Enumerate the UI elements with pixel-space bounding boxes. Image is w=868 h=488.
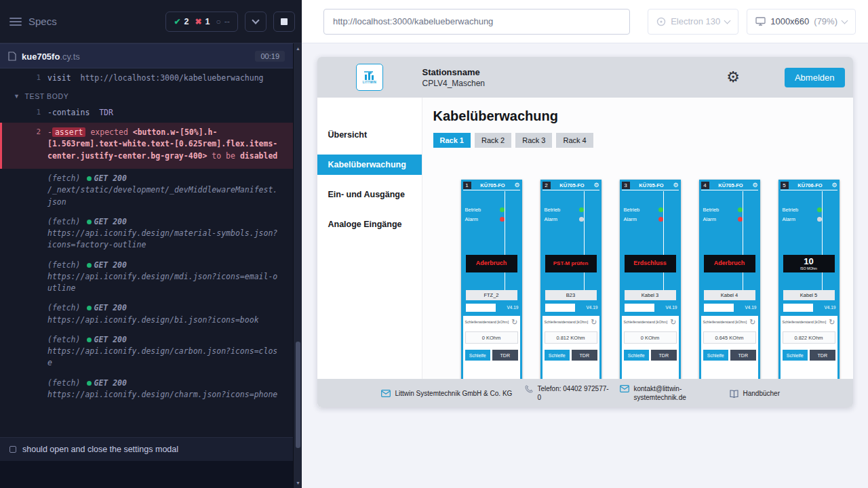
cable-name-field[interactable]: Kabel 5	[783, 290, 835, 300]
cable-name-field[interactable]: Kabel 3	[625, 290, 676, 300]
schleife-button[interactable]: Schleife	[703, 350, 729, 361]
footer-phone: Telefon: 04402 972577-0	[525, 384, 612, 402]
fetch-log-row[interactable]: (fetch)GET 200 https://api.iconify.desig…	[0, 302, 293, 326]
device-gear-icon[interactable]: ⚙	[831, 182, 837, 188]
schleife-button[interactable]: Schleife	[783, 350, 808, 361]
spec-file-icon	[8, 52, 16, 61]
device-model-label: KÜ705-FO	[631, 182, 672, 188]
refresh-icon[interactable]: ↻	[749, 319, 755, 326]
stat-pending: ○--	[216, 17, 230, 26]
device-gear-icon[interactable]: ⚙	[752, 182, 757, 188]
cypress-reporter-panel: Specs ✔2 ✖1 ○-- kue705fo.cy.ts 00:19 1 v…	[0, 0, 302, 488]
tdr-button[interactable]: TDR	[572, 350, 597, 361]
scrollbar-thumb[interactable]	[296, 342, 300, 448]
command-log[interactable]: 1 visit http://localhost:3000/kabelueber…	[0, 68, 293, 437]
alarm-led	[500, 217, 505, 222]
version-field	[783, 304, 813, 312]
refresh-icon[interactable]: ↻	[591, 319, 597, 326]
schleife-button[interactable]: Schleife	[545, 350, 570, 361]
spec-extension: .cy.ts	[60, 52, 79, 62]
next-test-row[interactable]: should open and close the settings modal	[0, 437, 293, 461]
alarm-led	[817, 217, 822, 222]
collapse-button[interactable]	[245, 12, 267, 32]
schleife-button[interactable]: Schleife	[624, 350, 650, 361]
nav-item-analoge-eingaenge[interactable]: Analoge Eingänge	[317, 214, 422, 235]
firmware-version: V4.19	[745, 305, 757, 310]
nav-item-ein-und-ausgaenge[interactable]: Ein- und Ausgänge	[317, 184, 422, 205]
phone-icon	[525, 385, 533, 393]
stop-button[interactable]	[273, 12, 295, 32]
viewport-zoom: (79%)	[814, 16, 837, 26]
nav-item-kabelueberwachung[interactable]: Kabelüberwachung	[317, 155, 422, 175]
device-card-5: 5 KÜ706-FO ⚙ Betrieb Alarm 10 ISO MOhm	[778, 180, 840, 383]
nav-item-uebersicht[interactable]: Übersicht	[317, 125, 422, 145]
assert-badge: assert	[52, 127, 86, 137]
fetch-log-row[interactable]: (fetch)GET 200 https://api.iconify.desig…	[0, 216, 293, 251]
reporter-scrollbar[interactable]: ▲ ▼	[293, 43, 302, 488]
betrieb-led	[738, 207, 743, 212]
cable-name-field[interactable]: FTZ_2	[466, 290, 517, 300]
betrieb-label: Betrieb	[703, 207, 719, 213]
status-ok-dot	[87, 220, 92, 224]
version-field	[466, 304, 496, 312]
alarm-led	[738, 217, 743, 222]
device-gear-icon[interactable]: ⚙	[514, 182, 519, 188]
command-visit[interactable]: 1 visit http://localhost:3000/kabelueber…	[0, 70, 293, 87]
fetch-url: https://api.iconify.design/bi.json?icons…	[47, 314, 281, 326]
schleife-button[interactable]: Schleife	[465, 350, 491, 361]
specs-menu-icon[interactable]	[9, 18, 22, 26]
footer-manuals[interactable]: Handbücher	[730, 389, 780, 398]
device-gear-icon[interactable]: ⚙	[593, 182, 599, 188]
cable-name-field[interactable]: Kabel 4	[704, 290, 755, 300]
book-icon	[730, 390, 738, 398]
version-field	[545, 304, 575, 312]
tdr-button[interactable]: TDR	[810, 350, 835, 361]
command-name: -contains	[47, 108, 90, 117]
logout-button[interactable]: Abmelden	[785, 68, 845, 87]
resistance-value: 0.822 KOhm	[783, 331, 835, 344]
tdr-button[interactable]: TDR	[492, 350, 518, 361]
fetch-log-row[interactable]: (fetch)GET 200 /_next/static/development…	[0, 173, 293, 208]
browser-selector[interactable]: Electron 130	[648, 9, 738, 35]
fetch-log-row[interactable]: (fetch)GET 200 https://api.iconify.desig…	[0, 260, 293, 295]
device-card-3: 3 KÜ705-FO ⚙ Betrieb Alarm Erdschluss	[620, 180, 681, 383]
mail-icon	[620, 385, 629, 392]
url-input[interactable]: http://localhost:3000/kabelueberwachung	[323, 9, 630, 35]
chevron-down-icon	[252, 16, 259, 24]
alarm-label: Alarm	[465, 216, 479, 222]
cable-name-field[interactable]: B23	[545, 290, 597, 300]
fetch-log-row[interactable]: (fetch)GET 200 https://api.iconify.desig…	[0, 334, 293, 369]
tdr-button[interactable]: TDR	[730, 350, 756, 361]
tab-rack-1[interactable]: Rack 1	[433, 133, 471, 148]
spec-header[interactable]: kue705fo.cy.ts 00:19	[0, 43, 293, 68]
refresh-icon[interactable]: ↻	[829, 319, 835, 326]
viewport-selector[interactable]: 1000x660 (79%)	[747, 9, 856, 35]
device-card-1: 1 KÜ705-FO ⚙ Betrieb Alarm Aderbruch	[461, 180, 522, 383]
device-model-label: KÜ705-FO	[473, 182, 513, 188]
resistance-label: Schleifenwiderstand [kOhm]	[545, 319, 591, 325]
tab-rack-4[interactable]: Rack 4	[556, 133, 593, 148]
card-divider	[663, 191, 664, 290]
settings-gear-icon[interactable]: ⚙	[726, 68, 740, 86]
tdr-button[interactable]: TDR	[651, 350, 677, 361]
refresh-icon[interactable]: ↻	[511, 319, 517, 326]
test-body-section[interactable]: ▼ TEST BODY	[0, 87, 293, 105]
failed-assert-command[interactable]: 2 -assert expected <button.w-[50%].h-[1.…	[0, 123, 293, 169]
tab-rack-3[interactable]: Rack 3	[515, 133, 552, 148]
scroll-up-icon[interactable]: ▲	[294, 46, 302, 51]
scroll-down-icon[interactable]: ▼	[294, 481, 302, 485]
refresh-icon[interactable]: ↻	[670, 319, 676, 326]
status-display: Aderbruch	[704, 255, 755, 272]
app-main: Kabelüberwachung Rack 1 Rack 2 Rack 3 Ra…	[422, 98, 853, 407]
chevron-down-icon	[724, 17, 731, 24]
fetch-log-row[interactable]: (fetch)GET 200 https://api.iconify.desig…	[0, 378, 293, 401]
device-gear-icon[interactable]: ⚙	[673, 182, 678, 188]
status-display: Aderbruch	[466, 255, 517, 272]
tab-rack-2[interactable]: Rack 2	[475, 133, 511, 148]
station-value: CPLV4_Maschen	[422, 79, 486, 88]
firmware-version: V4.19	[507, 305, 519, 310]
command-contains[interactable]: 1 -contains TDR	[0, 105, 293, 121]
assert-state: disabled	[240, 151, 277, 161]
station-label: Stationsname	[422, 67, 486, 77]
app-footer: Littwin Systemtechnik GmbH & Co. KG Tele…	[317, 379, 853, 407]
